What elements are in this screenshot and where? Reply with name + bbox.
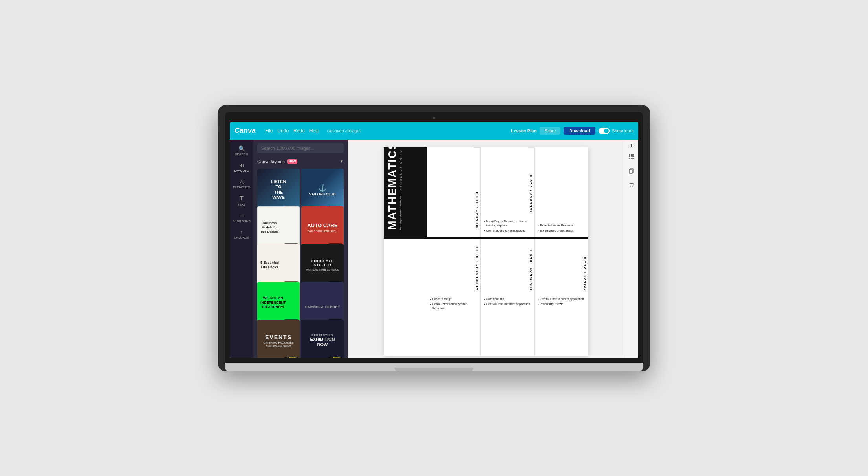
sidebar-item-background[interactable]: ▭ BKGROUND	[230, 210, 253, 225]
sidebar-item-label: UPLOADS	[234, 236, 249, 239]
lp-monday-header: MONDAY / DEC 4	[474, 147, 480, 231]
free-badge: ★ FREE	[284, 357, 298, 358]
lp-wednesday-col: WEDNESDAY / DEC 6 Pascal's Wager Chain L…	[427, 239, 481, 356]
lp-bullet: Using Bayes Theorem to find a missing ai…	[484, 219, 531, 228]
sidebar-item-text[interactable]: T TEXT	[230, 193, 253, 209]
lp-friday-content: Central Limit Theorem application Probab…	[535, 294, 588, 356]
free-badge: ★ FREE	[328, 357, 342, 358]
svg-rect-0	[629, 154, 630, 156]
lp-friday-col: FRIDAY / DEC 8 Central Limit Theorem app…	[535, 239, 588, 356]
menu-undo[interactable]: Undo	[277, 128, 289, 134]
lp-monday-col: MONDAY / DEC 4	[427, 147, 481, 237]
copy-button[interactable]	[626, 165, 637, 176]
share-button[interactable]: Share	[540, 127, 560, 135]
template-listen-wave[interactable]: LISTENTOTHEWAVE ★ FREE	[257, 169, 300, 211]
lp-monday-content	[427, 231, 480, 237]
template-events[interactable]: EVENTS CATERING PACKAGES SULLIVAN & SONS…	[257, 320, 300, 358]
laptop-notch	[395, 368, 473, 371]
svg-rect-3	[629, 156, 630, 157]
search-input[interactable]	[257, 143, 344, 153]
laptop-base	[225, 363, 643, 371]
lp-bullet: Central Limit Theorem application	[484, 302, 531, 306]
template-xocolate[interactable]: XOCOLATEATELIER ARTISAN CONFECTIONS ★ FR…	[301, 244, 344, 287]
lp-thursday-header: THURSDAY / DEC 7	[527, 239, 534, 294]
lp-bullet: Probability Puzzle	[538, 302, 585, 306]
elements-icon: △	[240, 179, 244, 184]
lp-extra-col: PLACEHOLDER Expected Value Problems Six …	[535, 147, 588, 237]
sidebar-item-elements[interactable]: △ ELEMENTS	[230, 176, 253, 191]
unsaved-status: Unsaved changes	[327, 129, 361, 133]
left-panel: Canva layouts NEW ▼ LISTENTOTHEWAVE ★ FR…	[253, 140, 348, 358]
template-pr-agency[interactable]: WE ARE ANINDEPENDENTPR AGENCY/ ★ FREE	[257, 282, 300, 324]
grid-view-button[interactable]	[626, 151, 637, 162]
sidebar-item-uploads[interactable]: ↑ UPLOADS	[230, 227, 253, 242]
lp-wednesday-header: WEDNESDAY / DEC 6	[474, 239, 480, 294]
lp-bullet: Chain Letters and Pyramid Schemes	[430, 302, 477, 311]
lp-wednesday-content: Pascal's Wager Chain Letters and Pyramid…	[427, 294, 480, 356]
lp-tuesday-header: TUESDAY / DEC 5	[527, 147, 534, 216]
menu-help[interactable]: Help	[309, 128, 319, 134]
show-team-label: Show team	[612, 129, 634, 133]
lp-intro-subtitle: INTRODUCTION TO STATISTICS	[399, 147, 402, 193]
new-badge: NEW	[287, 159, 298, 164]
layouts-header: Canva layouts NEW ▼	[253, 157, 348, 166]
laptop-screen: Canva File Undo Redo Help Unsaved change…	[230, 122, 638, 358]
lp-thursday-content: Combinations Central Limit Theorem appli…	[481, 294, 534, 356]
delete-button[interactable]	[626, 180, 637, 191]
lp-tuesday-content: Using Bayes Theorem to find a missing ai…	[481, 216, 534, 237]
svg-rect-8	[632, 158, 634, 159]
template-life-hacks[interactable]: 5 EssentialLife Hacks ★ FREE	[257, 244, 300, 287]
lp-top-section: MATHEMATICS INTRODUCTION TO STATISTICS M…	[384, 147, 588, 238]
lesson-plan-canvas[interactable]: MATHEMATICS INTRODUCTION TO STATISTICS M…	[384, 147, 588, 356]
template-auto-care[interactable]: AUTO CARE THE COMPLETE LIST... ★ FREE	[301, 206, 344, 249]
menu-file[interactable]: File	[265, 128, 273, 134]
show-team-button[interactable]: Show team	[599, 128, 634, 134]
topbar-right: Lesson Plan Share Download Show team	[511, 127, 634, 135]
lp-extra-content: Expected Value Problems Six Degrees of S…	[535, 220, 588, 237]
svg-rect-6	[629, 158, 630, 159]
show-team-toggle[interactable]	[599, 128, 610, 134]
text-icon: T	[240, 195, 244, 202]
search-bar	[253, 140, 348, 157]
svg-rect-1	[631, 154, 632, 156]
panels: Canva layouts NEW ▼ LISTENTOTHEWAVE ★ FR…	[253, 140, 638, 358]
main-content: 🔍 SEARCH ⊞ LAYOUTS △ ELEMENTS T TEXT	[230, 140, 638, 358]
download-button[interactable]: Download	[564, 127, 595, 135]
lp-bottom-spacer	[384, 239, 427, 356]
lp-bullet: Expected Value Problems	[538, 223, 585, 228]
sidebar-item-search[interactable]: 🔍 SEARCH	[230, 143, 253, 158]
sidebar-item-layouts[interactable]: ⊞ LAYOUTS	[230, 160, 253, 175]
lp-bullet: Central Limit Theorem application	[538, 297, 585, 301]
template-exhibition[interactable]: PRESENTING EXHIBITIONNOW ★ FREE	[301, 320, 344, 358]
document-name: Lesson Plan	[511, 129, 537, 133]
svg-rect-2	[632, 154, 634, 156]
lp-bottom-section: WEDNESDAY / DEC 6 Pascal's Wager Chain L…	[384, 238, 588, 356]
search-icon: 🔍	[238, 146, 245, 151]
template-business[interactable]: BusinessModels forthis Decade ★ FREE	[257, 206, 300, 249]
dropdown-icon[interactable]: ▼	[340, 159, 344, 164]
layouts-label: Canva layouts	[257, 159, 285, 164]
screen-bezel: Canva File Undo Redo Help Unsaved change…	[225, 112, 643, 363]
camera-dot	[433, 117, 435, 119]
template-sailors-club[interactable]: ⚓ SAILORS CLUB ★ FREE	[301, 169, 344, 211]
right-toolbar: 1	[624, 140, 638, 358]
background-icon: ▭	[239, 213, 244, 218]
canvas-area: MATHEMATICS INTRODUCTION TO STATISTICS M…	[348, 140, 624, 358]
lp-bullet: Pascal's Wager	[430, 297, 477, 301]
topbar-menu: File Undo Redo Help	[265, 128, 319, 134]
lp-friday-header: FRIDAY / DEC 8	[581, 239, 588, 294]
menu-redo[interactable]: Redo	[293, 128, 305, 134]
lp-bullet: Six Degrees of Separation	[538, 228, 585, 233]
svg-rect-7	[631, 158, 632, 159]
svg-rect-4	[631, 156, 632, 157]
templates-grid: LISTENTOTHEWAVE ★ FREE ⚓ SAILORS CLUB ★ …	[253, 166, 348, 358]
lp-title-block: MATHEMATICS INTRODUCTION TO STATISTICS M…	[384, 147, 427, 237]
lp-thursday-col: THURSDAY / DEC 7 Combinations Central Li…	[481, 239, 535, 356]
lp-bullet: Combinations & Permutations	[484, 228, 531, 233]
svg-rect-10	[629, 169, 632, 173]
lp-math-title: MATHEMATICS	[387, 147, 398, 230]
lp-bullet: Combinations	[484, 297, 531, 301]
lp-tuesday-col: TUESDAY / DEC 5 Using Bayes Theorem to f…	[481, 147, 535, 237]
svg-rect-5	[632, 156, 634, 157]
template-financial[interactable]: FINANCIAL REPORT ★ FREE	[301, 282, 344, 324]
